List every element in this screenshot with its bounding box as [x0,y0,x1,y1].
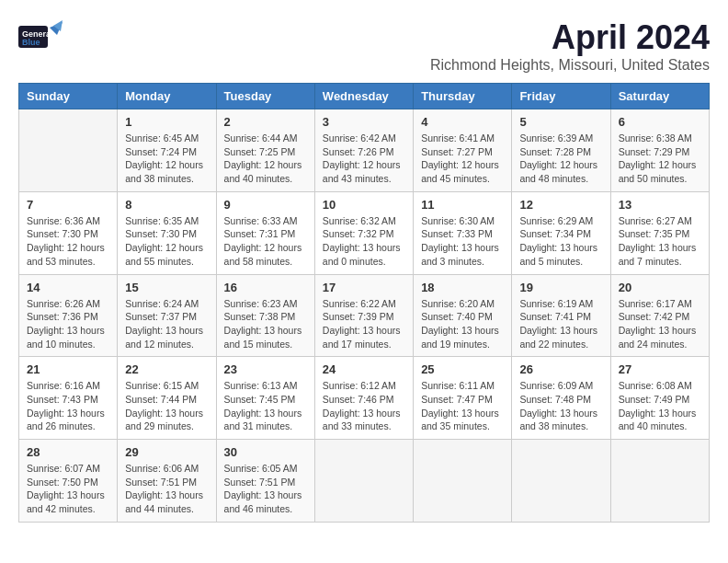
calendar-cell: 13Sunrise: 6:27 AMSunset: 7:35 PMDayligh… [610,191,709,274]
day-number: 13 [619,198,701,212]
day-info: Sunrise: 6:07 AMSunset: 7:50 PMDaylight:… [27,462,109,516]
day-header-saturday: Saturday [610,84,709,109]
day-info: Sunrise: 6:29 AMSunset: 7:34 PMDaylight:… [519,214,602,269]
calendar-cell: 21Sunrise: 6:16 AMSunset: 7:43 PMDayligh… [19,357,118,440]
calendar-cell: 18Sunrise: 6:20 AMSunset: 7:40 PMDayligh… [414,274,512,357]
day-info: Sunrise: 6:13 AMSunset: 7:45 PMDaylight:… [224,379,307,433]
calendar-cell: 9Sunrise: 6:33 AMSunset: 7:31 PMDaylight… [216,191,314,274]
day-info: Sunrise: 6:44 AMSunset: 7:25 PMDaylight:… [224,132,307,186]
day-header-sunday: Sunday [19,84,118,109]
day-info: Sunrise: 6:27 AMSunset: 7:35 PMDaylight:… [619,214,701,269]
calendar-cell: 7Sunrise: 6:36 AMSunset: 7:30 PMDaylight… [19,191,118,274]
day-number: 27 [619,362,701,376]
day-info: Sunrise: 6:35 AMSunset: 7:30 PMDaylight:… [125,214,208,269]
day-info: Sunrise: 6:08 AMSunset: 7:49 PMDaylight:… [619,379,701,433]
week-row-3: 14Sunrise: 6:26 AMSunset: 7:36 PMDayligh… [19,274,710,357]
calendar-cell [314,440,413,523]
day-number: 7 [27,198,109,212]
day-number: 23 [224,362,307,376]
calendar-cell: 5Sunrise: 6:39 AMSunset: 7:28 PMDaylight… [512,109,610,192]
day-info: Sunrise: 6:36 AMSunset: 7:30 PMDaylight:… [27,214,109,269]
calendar-table: SundayMondayTuesdayWednesdayThursdayFrid… [18,83,710,523]
calendar-cell: 29Sunrise: 6:06 AMSunset: 7:51 PMDayligh… [118,440,216,523]
week-row-4: 21Sunrise: 6:16 AMSunset: 7:43 PMDayligh… [19,357,710,440]
day-header-thursday: Thursday [414,84,512,109]
calendar-cell: 3Sunrise: 6:42 AMSunset: 7:26 PMDaylight… [314,109,413,192]
calendar-cell: 11Sunrise: 6:30 AMSunset: 7:33 PMDayligh… [414,191,512,274]
day-info: Sunrise: 6:17 AMSunset: 7:42 PMDaylight:… [619,297,701,351]
day-number: 1 [125,115,208,129]
day-info: Sunrise: 6:41 AMSunset: 7:27 PMDaylight:… [421,132,504,186]
calendar-cell: 27Sunrise: 6:08 AMSunset: 7:49 PMDayligh… [610,357,709,440]
calendar-cell [610,440,709,523]
calendar-cell: 12Sunrise: 6:29 AMSunset: 7:34 PMDayligh… [512,191,610,274]
day-number: 2 [224,115,307,129]
calendar-cell: 28Sunrise: 6:07 AMSunset: 7:50 PMDayligh… [19,440,118,523]
location-title: Richmond Heights, Missouri, United State… [430,57,710,74]
calendar-cell: 17Sunrise: 6:22 AMSunset: 7:39 PMDayligh… [314,274,413,357]
day-number: 10 [323,198,405,212]
day-number: 3 [323,115,405,129]
day-info: Sunrise: 6:06 AMSunset: 7:51 PMDaylight:… [125,462,208,516]
day-info: Sunrise: 6:24 AMSunset: 7:37 PMDaylight:… [125,297,208,351]
day-number: 25 [421,362,504,376]
day-info: Sunrise: 6:39 AMSunset: 7:28 PMDaylight:… [519,132,602,186]
day-number: 9 [224,198,307,212]
calendar-cell: 20Sunrise: 6:17 AMSunset: 7:42 PMDayligh… [610,274,709,357]
calendar-cell: 15Sunrise: 6:24 AMSunset: 7:37 PMDayligh… [118,274,216,357]
day-info: Sunrise: 6:19 AMSunset: 7:41 PMDaylight:… [519,297,602,351]
day-info: Sunrise: 6:20 AMSunset: 7:40 PMDaylight:… [421,297,504,351]
calendar-cell: 4Sunrise: 6:41 AMSunset: 7:27 PMDaylight… [414,109,512,192]
calendar-header-row: SundayMondayTuesdayWednesdayThursdayFrid… [19,84,710,109]
day-number: 22 [125,362,208,376]
day-header-wednesday: Wednesday [314,84,413,109]
day-number: 29 [125,445,208,459]
calendar-cell: 2Sunrise: 6:44 AMSunset: 7:25 PMDaylight… [216,109,314,192]
day-number: 28 [27,445,109,459]
day-info: Sunrise: 6:05 AMSunset: 7:51 PMDaylight:… [224,462,307,516]
calendar-cell: 19Sunrise: 6:19 AMSunset: 7:41 PMDayligh… [512,274,610,357]
day-info: Sunrise: 6:15 AMSunset: 7:44 PMDaylight:… [125,379,208,433]
day-number: 21 [27,362,109,376]
calendar-cell: 22Sunrise: 6:15 AMSunset: 7:44 PMDayligh… [118,357,216,440]
day-info: Sunrise: 6:11 AMSunset: 7:47 PMDaylight:… [421,379,504,433]
day-number: 11 [421,198,504,212]
svg-text:Blue: Blue [22,38,40,47]
day-number: 30 [224,445,307,459]
calendar-cell: 8Sunrise: 6:35 AMSunset: 7:30 PMDaylight… [118,191,216,274]
calendar-cell [414,440,512,523]
day-number: 26 [519,362,602,376]
day-info: Sunrise: 6:42 AMSunset: 7:26 PMDaylight:… [323,132,405,186]
calendar-cell: 25Sunrise: 6:11 AMSunset: 7:47 PMDayligh… [414,357,512,440]
calendar-cell: 6Sunrise: 6:38 AMSunset: 7:29 PMDaylight… [610,109,709,192]
day-header-monday: Monday [118,84,216,109]
calendar-cell: 14Sunrise: 6:26 AMSunset: 7:36 PMDayligh… [19,274,118,357]
day-info: Sunrise: 6:23 AMSunset: 7:38 PMDaylight:… [224,297,307,351]
day-info: Sunrise: 6:33 AMSunset: 7:31 PMDaylight:… [224,214,307,269]
calendar-cell: 16Sunrise: 6:23 AMSunset: 7:38 PMDayligh… [216,274,314,357]
week-row-5: 28Sunrise: 6:07 AMSunset: 7:50 PMDayligh… [19,440,710,523]
calendar-cell [19,109,118,192]
day-number: 18 [421,281,504,294]
day-number: 14 [27,281,109,294]
day-info: Sunrise: 6:26 AMSunset: 7:36 PMDaylight:… [27,297,109,351]
month-title: April 2024 [430,18,710,57]
calendar-cell: 26Sunrise: 6:09 AMSunset: 7:48 PMDayligh… [512,357,610,440]
week-row-1: 1Sunrise: 6:45 AMSunset: 7:24 PMDaylight… [19,109,710,192]
day-info: Sunrise: 6:38 AMSunset: 7:29 PMDaylight:… [619,132,701,186]
calendar-cell: 24Sunrise: 6:12 AMSunset: 7:46 PMDayligh… [314,357,413,440]
day-number: 19 [519,281,602,294]
day-info: Sunrise: 6:09 AMSunset: 7:48 PMDaylight:… [519,379,602,433]
title-section: April 2024 Richmond Heights, Missouri, U… [430,18,710,74]
day-info: Sunrise: 6:16 AMSunset: 7:43 PMDaylight:… [27,379,109,433]
calendar-cell [512,440,610,523]
calendar-cell: 1Sunrise: 6:45 AMSunset: 7:24 PMDaylight… [118,109,216,192]
calendar-cell: 10Sunrise: 6:32 AMSunset: 7:32 PMDayligh… [314,191,413,274]
day-info: Sunrise: 6:22 AMSunset: 7:39 PMDaylight:… [323,297,405,351]
day-info: Sunrise: 6:30 AMSunset: 7:33 PMDaylight:… [421,214,504,269]
day-number: 6 [619,115,701,129]
day-number: 15 [125,281,208,294]
day-info: Sunrise: 6:32 AMSunset: 7:32 PMDaylight:… [323,214,405,269]
header: General Blue April 2024 Richmond Heights… [18,18,710,74]
calendar-cell: 30Sunrise: 6:05 AMSunset: 7:51 PMDayligh… [216,440,314,523]
